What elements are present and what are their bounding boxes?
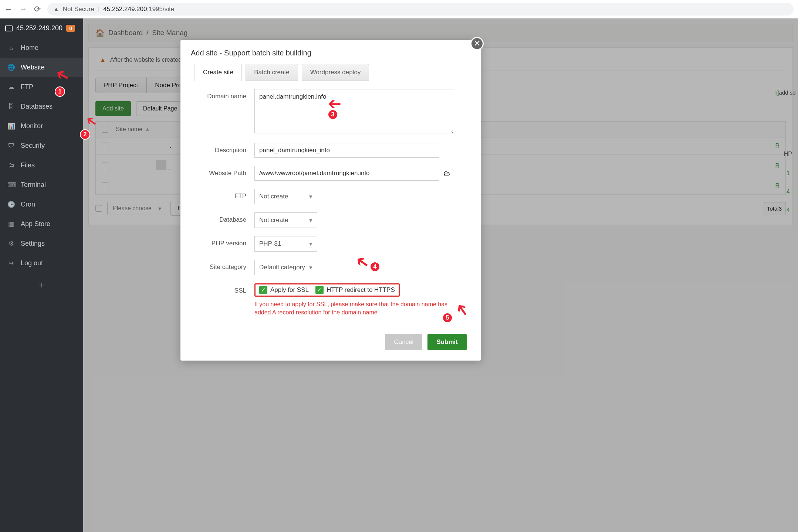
sidebar-item-appstore[interactable]: ▦App Store bbox=[0, 214, 83, 234]
forward-icon[interactable]: → bbox=[19, 4, 27, 14]
notification-badge[interactable]: 0 bbox=[66, 25, 75, 32]
cancel-button[interactable]: Cancel bbox=[385, 334, 422, 350]
folder-icon: 🗂 bbox=[7, 162, 15, 169]
annotation-badge-4: 4 bbox=[370, 262, 380, 272]
php-select[interactable]: PHP-81▾ bbox=[254, 236, 317, 252]
annotation-badge-5: 5 bbox=[442, 313, 453, 323]
monitor-icon bbox=[5, 25, 13, 31]
domain-input[interactable] bbox=[254, 89, 454, 133]
not-secure-icon: ▲ bbox=[53, 6, 59, 13]
logout-icon: ↪ bbox=[7, 259, 15, 267]
ftp-select[interactable]: Not create▾ bbox=[254, 189, 317, 204]
sidebar-item-terminal[interactable]: ⌨Terminal bbox=[0, 175, 83, 195]
chevron-down-icon: ▾ bbox=[309, 264, 312, 272]
label-php: PHP version bbox=[199, 236, 254, 247]
cloud-icon: ☁ bbox=[7, 83, 15, 91]
label-ftp: FTP bbox=[199, 189, 254, 200]
database-select[interactable]: Not create▾ bbox=[254, 212, 317, 228]
shield-icon: 🛡 bbox=[7, 142, 15, 150]
sidebar-header: 45.252.249.200 0 bbox=[0, 18, 83, 38]
label-ssl: SSL bbox=[199, 283, 254, 294]
sidebar-item-cron[interactable]: 🕒Cron bbox=[0, 195, 83, 214]
clock-icon: 🕒 bbox=[7, 201, 15, 208]
label-description: Description bbox=[199, 143, 254, 154]
chart-icon: 📊 bbox=[7, 122, 15, 130]
back-icon[interactable]: ← bbox=[4, 4, 13, 14]
add-site-modal: ✕ Add site - Support batch site building… bbox=[180, 40, 481, 361]
ssl-options: ✓Apply for SSL ✓HTTP redirect to HTTPS bbox=[254, 283, 400, 297]
sidebar: 45.252.249.200 0 ⌂Home 🌐Website ☁FTP 🗄Da… bbox=[0, 18, 83, 532]
chevron-down-icon: ▾ bbox=[309, 193, 312, 201]
label-database: Database bbox=[199, 212, 254, 224]
sidebar-item-home[interactable]: ⌂Home bbox=[0, 38, 83, 58]
sidebar-item-settings[interactable]: ⚙Settings bbox=[0, 234, 83, 253]
address-bar[interactable]: ▲ Not Secure | 45.252.249.200 :1995/site bbox=[47, 3, 794, 16]
reload-icon[interactable]: ⟳ bbox=[34, 4, 41, 14]
sidebar-item-ftp[interactable]: ☁FTP bbox=[0, 77, 83, 97]
annotation-badge-2: 2 bbox=[80, 129, 90, 140]
category-select[interactable]: Default category▾ bbox=[254, 260, 317, 275]
sidebar-item-databases[interactable]: 🗄Databases bbox=[0, 97, 83, 116]
ssl-note: If you need to apply for SSL, please mak… bbox=[254, 300, 461, 317]
modal-tab-wordpress[interactable]: Wordpress deploy bbox=[302, 64, 369, 81]
apply-ssl-checkbox[interactable]: ✓ bbox=[259, 286, 267, 294]
annotation-badge-1: 1 bbox=[55, 86, 65, 97]
globe-icon: 🌐 bbox=[7, 64, 15, 71]
label-domain: Domain name bbox=[199, 89, 254, 100]
folder-browse-icon[interactable]: 🗁 bbox=[444, 170, 450, 177]
chevron-down-icon: ▾ bbox=[309, 216, 312, 224]
server-ip: 45.252.249.200 bbox=[16, 24, 62, 32]
address-host: 45.252.249.200 bbox=[103, 6, 147, 13]
sidebar-item-security[interactable]: 🛡Security bbox=[0, 136, 83, 156]
home-icon: ⌂ bbox=[7, 44, 15, 52]
path-input[interactable] bbox=[254, 166, 439, 181]
modal-title: Add site - Support batch site building bbox=[180, 40, 481, 64]
sidebar-item-logout[interactable]: ↪Log out bbox=[0, 253, 83, 273]
grid-icon: ▦ bbox=[7, 220, 15, 228]
sidebar-item-monitor[interactable]: 📊Monitor bbox=[0, 116, 83, 136]
address-path: :1995/site bbox=[147, 6, 174, 13]
modal-tab-create[interactable]: Create site bbox=[195, 64, 242, 81]
gear-icon: ⚙ bbox=[7, 240, 15, 248]
annotation-badge-3: 3 bbox=[328, 109, 338, 120]
sidebar-add-button[interactable]: ＋ bbox=[0, 273, 83, 296]
description-input[interactable] bbox=[254, 143, 439, 158]
terminal-icon: ⌨ bbox=[7, 181, 15, 189]
label-path: Website Path bbox=[199, 166, 254, 177]
chevron-down-icon: ▾ bbox=[309, 240, 312, 248]
modal-tab-batch[interactable]: Batch create bbox=[246, 64, 298, 81]
https-redirect-checkbox[interactable]: ✓ bbox=[315, 286, 324, 294]
submit-button[interactable]: Submit bbox=[427, 334, 467, 350]
browser-bar: ← → ⟳ ▲ Not Secure | 45.252.249.200 :199… bbox=[0, 0, 798, 18]
modal-close-button[interactable]: ✕ bbox=[470, 37, 484, 50]
not-secure-label: Not Secure bbox=[63, 6, 94, 13]
database-icon: 🗄 bbox=[7, 103, 15, 110]
label-category: Site category bbox=[199, 260, 254, 271]
sidebar-item-files[interactable]: 🗂Files bbox=[0, 156, 83, 175]
